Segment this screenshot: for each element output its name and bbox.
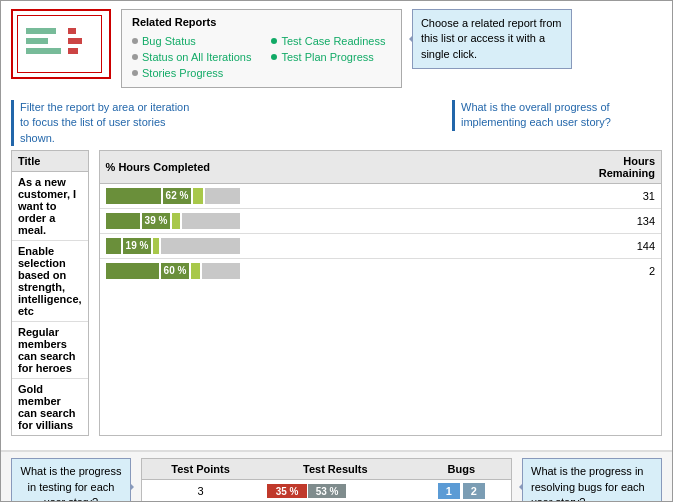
- bugs-progress-callout: What is the progress in resolving bugs f…: [522, 458, 662, 502]
- hours-remaining-cell: 134: [483, 209, 661, 234]
- test-table-wrap: Test Points Test Results Bugs 3 35 % 53 …: [141, 458, 512, 502]
- stories-section: Title As a new customer, I want to order…: [1, 150, 672, 442]
- bar-light-green: [153, 238, 159, 254]
- report-preview-icon: [11, 9, 111, 79]
- related-reports-title: Related Reports: [132, 16, 391, 28]
- bar-label: 60 %: [161, 263, 190, 279]
- table-row: Gold member can search for villians: [12, 379, 88, 436]
- bugs-cell: 1 2: [412, 480, 511, 502]
- table-row: 39 % 134: [100, 209, 661, 234]
- test-bar-red: 35 %: [267, 484, 307, 498]
- table-row: 62 % 31: [100, 184, 661, 209]
- bar-light-green: [191, 263, 200, 279]
- bar-gray: [161, 238, 240, 254]
- test-bar-gray: 53 %: [308, 484, 346, 498]
- table-row: 3 35 % 53 % 1 2: [142, 480, 511, 502]
- story-cell: As a new customer, I want to order a mea…: [12, 172, 88, 241]
- hours-remaining-cell: 144: [483, 234, 661, 259]
- bullet-icon: [132, 38, 138, 44]
- hours-remaining-cell: 31: [483, 184, 661, 209]
- bullet-icon: [271, 54, 277, 60]
- bar-label: 19 %: [123, 238, 152, 254]
- top-section: Related Reports Bug Status Status on All…: [1, 1, 672, 96]
- testing-progress-callout: What is the progress in testing for each…: [11, 458, 131, 502]
- table-row: Enable selection based on strength, inte…: [12, 241, 88, 322]
- report-item-test-plan-progress[interactable]: Test Plan Progress: [271, 49, 390, 65]
- report-item-bug-status[interactable]: Bug Status: [132, 33, 251, 49]
- bar-label: 39 %: [142, 213, 171, 229]
- test-points-cell: 3: [142, 480, 259, 502]
- report-item-test-case-readiness[interactable]: Test Case Readiness: [271, 33, 390, 49]
- progress-table: % Hours Completed Hours Remaining 62 % 3…: [99, 150, 662, 436]
- report-col-left: Bug Status Status on All Iterations Stor…: [132, 33, 251, 81]
- bar-gray: [205, 188, 240, 204]
- bar-gray: [182, 213, 240, 229]
- bug-box-blue: 1: [438, 483, 460, 499]
- filter-callout: Filter the report by area or iteration t…: [11, 100, 201, 146]
- story-cell: Regular members can search for heroes: [12, 322, 88, 379]
- bar-dark-green: [106, 263, 159, 279]
- stories-title-header: Title: [12, 151, 88, 172]
- report-item-status-iterations[interactable]: Status on All Iterations: [132, 49, 251, 65]
- related-reports-grid: Bug Status Status on All Iterations Stor…: [132, 33, 391, 81]
- progress-bar-cell: 19 %: [100, 234, 483, 259]
- table-row: As a new customer, I want to order a mea…: [12, 172, 88, 241]
- bar-label: 62 %: [163, 188, 192, 204]
- test-table: Test Points Test Results Bugs 3 35 % 53 …: [141, 458, 512, 502]
- table-row: 60 % 2: [100, 259, 661, 284]
- test-results-cell: 35 % 53 %: [259, 480, 411, 502]
- related-reports-box: Related Reports Bug Status Status on All…: [121, 9, 402, 88]
- mid-section: Filter the report by area or iteration t…: [1, 96, 672, 146]
- story-cell: Enable selection based on strength, inte…: [12, 241, 88, 322]
- test-results-header: Test Results: [259, 459, 411, 480]
- bar-dark-green: [106, 213, 140, 229]
- stories-table: Title As a new customer, I want to order…: [11, 150, 89, 436]
- bar-gray: [202, 263, 240, 279]
- progress-bar-cell: 62 %: [100, 184, 483, 209]
- report-item-stories-progress[interactable]: Stories Progress: [132, 65, 251, 81]
- test-points-header: Test Points: [142, 459, 259, 480]
- report-col-right: Test Case Readiness Test Plan Progress: [271, 33, 390, 81]
- hours-completed-header: % Hours Completed: [100, 151, 483, 184]
- story-cell: Gold member can search for villians: [12, 379, 88, 436]
- bugs-header: Bugs: [412, 459, 511, 480]
- progress-bar-cell: 60 %: [100, 259, 483, 284]
- bullet-icon: [132, 54, 138, 60]
- bar-light-green: [172, 213, 180, 229]
- bar-dark-green: [106, 238, 121, 254]
- table-row: Regular members can search for heroes: [12, 322, 88, 379]
- progress-callout: What is the overall progress of implemen…: [452, 100, 662, 131]
- table-row: 19 % 144: [100, 234, 661, 259]
- bottom-section: What is the progress in testing for each…: [1, 450, 672, 502]
- bug-box-steel: 2: [463, 483, 485, 499]
- choose-report-callout: Choose a related report from this list o…: [412, 9, 572, 69]
- bullet-icon: [132, 70, 138, 76]
- bar-dark-green: [106, 188, 161, 204]
- bullet-icon: [271, 38, 277, 44]
- progress-bar-cell: 39 %: [100, 209, 483, 234]
- hours-remaining-header: Hours Remaining: [483, 151, 661, 184]
- hours-remaining-cell: 2: [483, 259, 661, 284]
- bar-light-green: [193, 188, 203, 204]
